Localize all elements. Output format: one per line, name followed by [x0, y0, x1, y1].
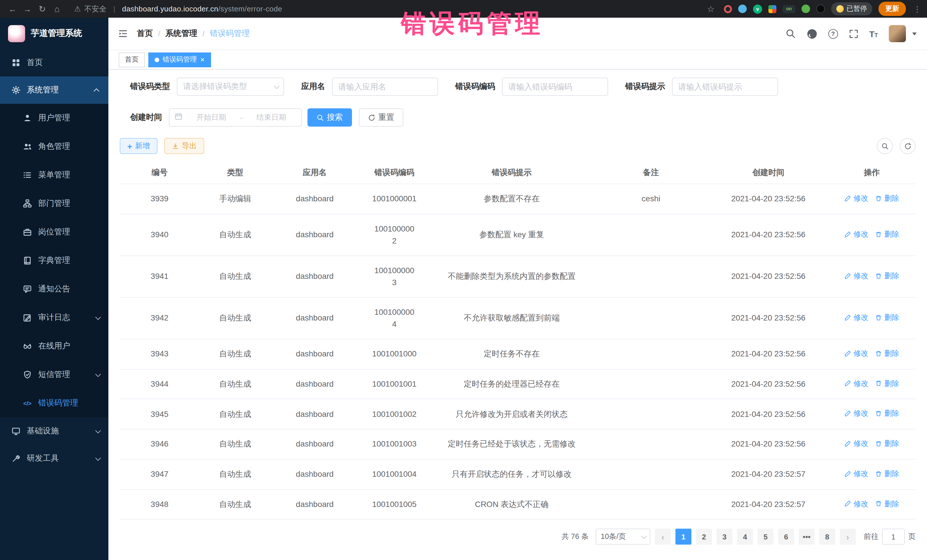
error-type-select[interactable]: 请选择错误码类型: [177, 77, 284, 96]
sidebar-item-dev-tools[interactable]: 研发工具: [0, 445, 108, 472]
edit-link[interactable]: 修改: [845, 312, 869, 323]
address-bar[interactable]: dashboard.yudao.iocoder.cn/system/error-…: [122, 5, 282, 13]
goto-page: 前往 页: [864, 529, 916, 545]
github-icon[interactable]: [806, 28, 817, 39]
delete-link[interactable]: 删除: [875, 408, 899, 419]
extension-icon-red-ring[interactable]: [724, 5, 732, 13]
page-button-1[interactable]: 1: [675, 529, 691, 545]
sidebar-item-infrastructure[interactable]: 基础设施: [0, 417, 108, 445]
edit-link[interactable]: 修改: [845, 438, 869, 449]
delete-link[interactable]: 删除: [875, 312, 899, 323]
table-settings: [877, 138, 916, 154]
edit-link[interactable]: 修改: [845, 408, 869, 419]
edit-link[interactable]: 修改: [845, 193, 869, 204]
next-page-button[interactable]: ›: [840, 529, 856, 545]
tab-home[interactable]: 首页: [119, 52, 145, 67]
reset-button[interactable]: 重置: [359, 108, 403, 127]
delete-link[interactable]: 删除: [875, 270, 899, 281]
delete-link[interactable]: 删除: [875, 468, 899, 479]
app-title: 芋道管理系统: [31, 28, 82, 39]
extension-icon-blue-drop[interactable]: [738, 5, 747, 13]
browser-forward-icon[interactable]: →: [21, 2, 34, 16]
more-pages-button[interactable]: •••: [799, 529, 815, 545]
sidebar-item-notices[interactable]: 通知公告: [0, 275, 108, 304]
delete-link[interactable]: 删除: [875, 229, 899, 240]
sidebar-item-system[interactable]: 系统管理: [0, 76, 108, 104]
delete-link[interactable]: 删除: [875, 193, 899, 204]
edit-link[interactable]: 修改: [845, 498, 869, 509]
page-button-3[interactable]: 3: [716, 529, 732, 545]
edit-link[interactable]: 修改: [845, 229, 869, 240]
browser-back-icon[interactable]: ←: [6, 2, 20, 16]
extension-icon-paw[interactable]: [816, 5, 825, 13]
browser-home-icon[interactable]: ⌂: [50, 2, 64, 16]
delete-link[interactable]: 删除: [875, 348, 899, 359]
page-button-2[interactable]: 2: [696, 529, 712, 545]
sidebar-item-audit-log[interactable]: 审计日志: [0, 304, 108, 332]
site-security[interactable]: ⚠ 不安全: [74, 4, 106, 14]
sidebar-item-error-codes[interactable]: </> 错误码管理: [0, 389, 108, 417]
error-message-input[interactable]: [672, 77, 778, 96]
help-icon[interactable]: ?: [828, 29, 838, 38]
app-logo[interactable]: 芋道管理系统: [0, 18, 108, 49]
prev-page-button[interactable]: ‹: [655, 529, 671, 545]
extension-icon-green-check[interactable]: v: [753, 4, 762, 14]
avatar-dropdown-icon[interactable]: [912, 32, 917, 35]
breadcrumb-home[interactable]: 首页: [137, 29, 153, 39]
divider: |: [113, 5, 115, 13]
edit-link[interactable]: 修改: [845, 468, 869, 479]
avatar[interactable]: [889, 25, 906, 42]
sidebar-item-label: 在线用户: [38, 341, 99, 351]
edit-link[interactable]: 修改: [845, 270, 869, 281]
browser-actions: ☆ v on 已暂停 更新 ⋮: [704, 2, 921, 16]
bookmark-star-icon[interactable]: ☆: [704, 2, 718, 16]
page-button-8[interactable]: 8: [819, 529, 835, 545]
refresh-icon[interactable]: [900, 138, 916, 154]
sidebar-item-online-users[interactable]: 在线用户: [0, 332, 108, 360]
sidebar-item-users[interactable]: 用户管理: [0, 104, 108, 132]
page-size-select[interactable]: 10条/页: [596, 529, 650, 545]
extension-icon-grid[interactable]: [768, 5, 777, 13]
sidebar-item-label: 审计日志: [38, 313, 89, 323]
delete-link[interactable]: 删除: [875, 438, 899, 449]
extension-icon-on-switch[interactable]: on: [783, 5, 795, 13]
edit-link[interactable]: 修改: [845, 378, 869, 389]
sidebar-item-sms[interactable]: 短信管理: [0, 360, 108, 389]
browser-menu-icon[interactable]: ⋮: [913, 4, 921, 14]
breadcrumb-system[interactable]: 系统管理: [166, 29, 198, 39]
paused-badge[interactable]: 已暂停: [831, 2, 872, 15]
delete-link[interactable]: 删除: [875, 378, 899, 389]
error-code-input[interactable]: [502, 77, 608, 96]
sidebar-item-menus[interactable]: 菜单管理: [0, 161, 108, 189]
search-icon[interactable]: [785, 29, 795, 39]
toggle-search-icon[interactable]: [877, 138, 893, 154]
date-range-picker[interactable]: 开始日期 - 结束日期: [169, 108, 302, 127]
col-id: 编号: [120, 162, 199, 184]
goto-page-input[interactable]: [882, 529, 905, 545]
sidebar-item-roles[interactable]: 角色管理: [0, 132, 108, 161]
sidebar-item-dictionary[interactable]: 字典管理: [0, 246, 108, 275]
sidebar-item-departments[interactable]: 部门管理: [0, 189, 108, 218]
extension-icon-green[interactable]: [801, 5, 810, 13]
fullscreen-icon[interactable]: [849, 29, 858, 38]
page-button-4[interactable]: 4: [737, 529, 753, 545]
delete-link[interactable]: 删除: [875, 498, 899, 509]
collapse-sidebar-icon[interactable]: [108, 29, 137, 39]
page-button-6[interactable]: 6: [778, 529, 794, 545]
browser-reload-icon[interactable]: ↻: [35, 2, 49, 16]
add-button[interactable]: + 新增: [120, 138, 158, 154]
search-button[interactable]: 搜索: [307, 108, 352, 127]
chevron-down-icon: [95, 427, 101, 433]
sidebar-item-home[interactable]: 首页: [0, 49, 108, 76]
edit-link[interactable]: 修改: [845, 348, 869, 359]
page-button-5[interactable]: 5: [758, 529, 774, 545]
export-button[interactable]: 导出: [164, 138, 204, 154]
update-browser-button[interactable]: 更新: [878, 2, 906, 16]
close-tab-icon[interactable]: ×: [200, 56, 205, 63]
tab-error-codes[interactable]: 错误码管理 ×: [148, 52, 211, 67]
sidebar-item-positions[interactable]: 岗位管理: [0, 218, 108, 246]
font-size-icon[interactable]: TT: [869, 29, 878, 38]
message-bubble-icon: [23, 285, 32, 294]
list-icon: [23, 170, 32, 180]
app-name-input[interactable]: [332, 77, 438, 96]
